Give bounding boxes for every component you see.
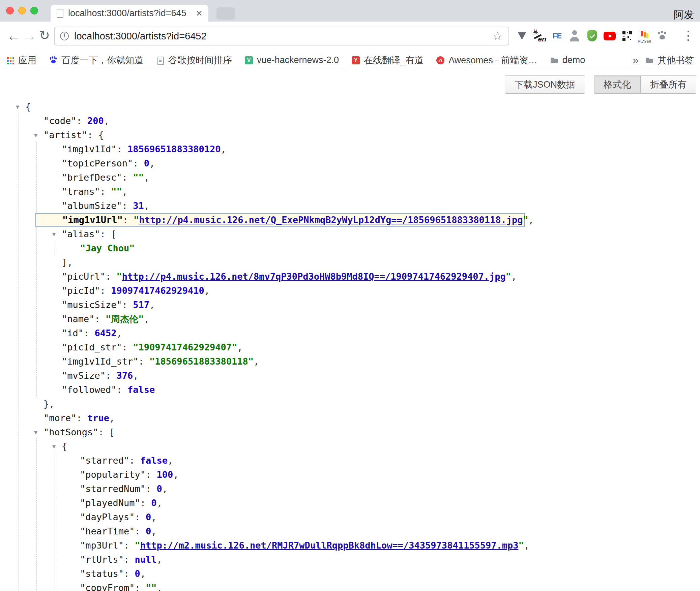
format-button[interactable]: 格式化 bbox=[594, 75, 641, 94]
json-key: "status" bbox=[80, 568, 124, 579]
json-line: "followed": false bbox=[0, 383, 700, 397]
bookmark-item[interactable]: 应用 bbox=[6, 54, 36, 66]
json-line: "mvSize": 376, bbox=[0, 369, 700, 383]
close-quote: " bbox=[518, 540, 524, 551]
json-comma: , bbox=[157, 498, 162, 508]
download-json-button[interactable]: 下载JSON数据 bbox=[505, 75, 585, 94]
json-num-value: 0 bbox=[146, 512, 151, 522]
folder-icon bbox=[550, 56, 558, 64]
tab-close-icon[interactable]: × bbox=[196, 8, 202, 19]
json-line: }, bbox=[0, 397, 700, 411]
fe-icon[interactable]: FE bbox=[550, 29, 564, 43]
json-colon: : bbox=[122, 300, 133, 310]
ext-glyph: PLAYER bbox=[637, 40, 653, 43]
json-comma: , bbox=[144, 314, 149, 324]
json-string-value: "" bbox=[111, 186, 122, 197]
player-icon[interactable]: PLAYER bbox=[638, 29, 651, 43]
bookmark-item[interactable]: 百度一下，你就知道 bbox=[49, 54, 143, 66]
json-line: ▼{ bbox=[0, 439, 700, 454]
json-line: "img1v1Url": "http://p4.music.126.net/Q_… bbox=[35, 213, 525, 227]
json-key: "followed" bbox=[62, 384, 117, 395]
json-colon: : bbox=[100, 229, 111, 239]
json-bracket: { bbox=[98, 130, 104, 140]
json-comma: , bbox=[104, 116, 109, 126]
adguard-shield-icon[interactable] bbox=[585, 29, 599, 43]
json-link-value[interactable]: http://m2.music.126.net/RMJR7wDullRqppBk… bbox=[140, 540, 519, 551]
vimium-flag-icon[interactable] bbox=[515, 29, 529, 43]
zoom-window-button[interactable] bbox=[30, 7, 38, 14]
person-icon[interactable] bbox=[568, 29, 581, 43]
browser-menu-icon[interactable]: ⋮ bbox=[682, 29, 695, 42]
json-colon: : bbox=[106, 271, 117, 282]
json-num-value: 0 bbox=[146, 526, 151, 536]
json-comma: , bbox=[157, 583, 162, 591]
json-comma: , bbox=[151, 512, 156, 522]
json-comma: , bbox=[157, 554, 162, 565]
collapse-toggle-icon[interactable]: ▼ bbox=[52, 227, 56, 241]
json-line: "id": 6452, bbox=[0, 326, 700, 340]
json-comma: , bbox=[149, 300, 155, 310]
new-tab-button[interactable] bbox=[216, 7, 235, 20]
bookmarks-overflow-chevron[interactable]: » bbox=[633, 54, 639, 66]
json-string-value: "19097417462929407" bbox=[133, 342, 237, 352]
back-button[interactable]: ← bbox=[7, 29, 20, 42]
json-link-value[interactable]: http://p4.music.126.net/8mv7qP30Pd3oHW8b… bbox=[122, 271, 506, 282]
vue-icon: V bbox=[245, 56, 253, 64]
json-colon: : bbox=[140, 498, 151, 508]
json-comma: , bbox=[151, 526, 156, 536]
json-key: "img1v1Id_str" bbox=[62, 356, 139, 367]
json-line: "popularity": 100, bbox=[0, 468, 700, 482]
profile-name[interactable]: 阿发 bbox=[674, 8, 694, 22]
json-colon: : bbox=[122, 172, 133, 183]
json-comma: , bbox=[254, 356, 259, 367]
minimize-window-button[interactable] bbox=[18, 7, 26, 14]
json-key: "trans" bbox=[62, 186, 100, 197]
json-key: "hearTime" bbox=[80, 526, 135, 536]
json-colon: : bbox=[100, 285, 111, 296]
close-window-button[interactable] bbox=[6, 7, 14, 14]
browser-tab[interactable]: localhost:3000/artists?id=645 × bbox=[51, 5, 208, 22]
json-colon: : bbox=[124, 540, 135, 551]
collapse-toggle-icon[interactable]: ▼ bbox=[34, 425, 37, 439]
json-line: "img1v1Id_str": "18569651883380118", bbox=[0, 354, 700, 369]
ext-glyph: FE bbox=[553, 32, 561, 40]
extensions-area: 英enFEPLAYER bbox=[515, 22, 669, 51]
json-line: "picUrl": "http://p4.music.126.net/8mv7q… bbox=[0, 270, 700, 284]
reload-button[interactable]: ↻ bbox=[39, 29, 50, 42]
collapse-all-button[interactable]: 折叠所有 bbox=[641, 75, 696, 94]
json-line: ▼"artist": { bbox=[0, 128, 700, 142]
json-line: "starred": false, bbox=[0, 454, 700, 468]
bookmark-item[interactable]: demo bbox=[550, 55, 585, 65]
json-line: "code": 200, bbox=[0, 114, 700, 128]
tab-title: localhost:3000/artists?id=645 bbox=[68, 8, 193, 19]
bookmark-item[interactable]: 谷歌按时间排序 bbox=[156, 54, 232, 66]
json-key: "more" bbox=[43, 413, 77, 423]
bookmark-star-icon[interactable]: ☆ bbox=[492, 30, 503, 42]
collapse-toggle-icon[interactable]: ▼ bbox=[34, 128, 37, 142]
json-colon: : bbox=[124, 568, 135, 579]
bookmarks-bar: 应用百度一下，你就知道谷歌按时间排序Vvue-hackernews-2.0Y在线… bbox=[0, 51, 700, 70]
paw-icon[interactable] bbox=[655, 29, 669, 43]
json-colon: : bbox=[77, 413, 88, 423]
en-translate-icon[interactable]: 英en bbox=[533, 29, 546, 43]
navigation-bar: ← → ↻ localhost:3000/artists?id=6452 ☆ 英… bbox=[0, 22, 700, 51]
youtube-icon[interactable] bbox=[603, 29, 616, 43]
collapse-toggle-icon[interactable]: ▼ bbox=[52, 439, 56, 454]
qr-code-icon[interactable] bbox=[620, 29, 634, 43]
bookmark-item[interactable]: Y在线翻译_有道 bbox=[352, 54, 424, 66]
other-bookmarks-folder[interactable]: 其他书签 bbox=[645, 54, 694, 66]
json-num-value: 517 bbox=[133, 300, 149, 310]
bookmark-item[interactable]: AAwesomes - 前端资… bbox=[436, 54, 537, 66]
youdao-icon: Y bbox=[352, 56, 360, 64]
json-colon: : bbox=[135, 583, 146, 591]
json-comma: , bbox=[140, 568, 146, 579]
bookmark-item[interactable]: Vvue-hackernews-2.0 bbox=[245, 55, 339, 65]
json-key: "dayPlays" bbox=[80, 512, 135, 522]
address-bar[interactable]: localhost:3000/artists?id=6452 ☆ bbox=[54, 27, 509, 45]
json-line: "hearTime": 0, bbox=[0, 524, 700, 538]
json-link-value[interactable]: http://p4.music.126.net/Q_ExePNkmqB2yWyL… bbox=[139, 215, 523, 225]
url-text[interactable]: localhost:3000/artists?id=6452 bbox=[74, 31, 492, 42]
page-info-icon[interactable] bbox=[60, 32, 69, 40]
json-line: "more": true, bbox=[0, 411, 700, 425]
collapse-toggle-icon[interactable]: ▼ bbox=[16, 100, 19, 114]
